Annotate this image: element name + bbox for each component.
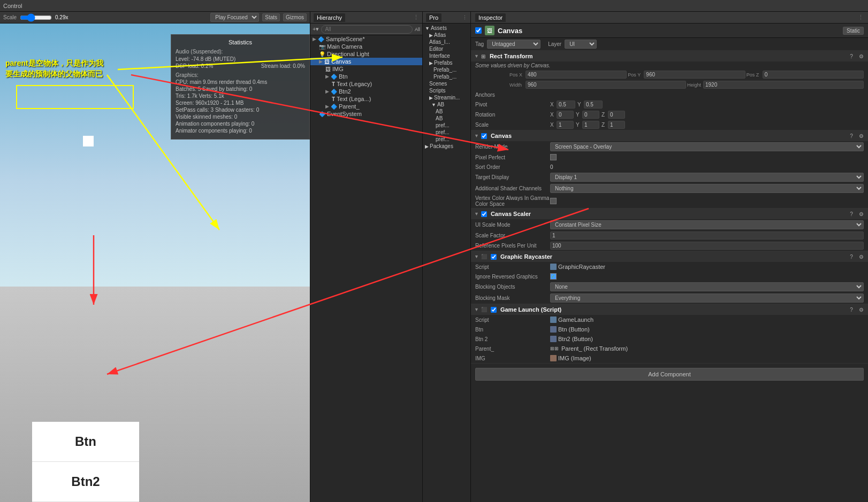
blocking-mask-select[interactable]: Everything	[550, 294, 864, 303]
tree-item-btn2[interactable]: ▶ 🔷 Btn2	[310, 88, 422, 95]
project-tab[interactable]: Pro	[426, 13, 441, 22]
project-ab1[interactable]: ▼ AB	[423, 101, 470, 108]
vertex-color-checkbox[interactable]	[550, 198, 557, 204]
hierarchy-add-icon[interactable]: +▾	[313, 26, 319, 33]
render-mode-select[interactable]: Screen Space - Overlay	[550, 142, 864, 151]
project-prefab1[interactable]: Prefab_...	[423, 66, 470, 73]
canvas-help-btn[interactable]: ?	[848, 132, 855, 140]
gizmos-button[interactable]: Gizmos	[283, 13, 307, 21]
rotation-label: Rotation	[475, 112, 550, 118]
target-display-select[interactable]: Display 1	[550, 173, 864, 182]
project-atlas[interactable]: ▶ Atlas	[423, 32, 470, 38]
stats-button[interactable]: Stats	[262, 13, 280, 21]
hierarchy-tab[interactable]: Hierarchy	[314, 13, 345, 22]
inspector-tab[interactable]: Inspector	[475, 13, 506, 22]
gamelaunch-settings-btn[interactable]: ⚙	[857, 306, 865, 313]
project-menu-icon[interactable]: ⋮	[462, 15, 467, 20]
project-ab2[interactable]: AB	[423, 108, 470, 115]
pivot-x-input[interactable]	[557, 101, 575, 109]
project-atlas-i[interactable]: Atlas_I...	[423, 38, 470, 45]
tree-item-dirlight[interactable]: 💡 Directional Light	[310, 50, 422, 58]
btn2-ref-label: Btn 2	[475, 336, 550, 342]
ignore-reversed-checkbox[interactable]: ✓	[550, 273, 557, 280]
scale-y-input[interactable]	[582, 121, 599, 129]
tree-item-maincamera[interactable]: 📷 Main Camera	[310, 43, 422, 50]
play-mode-select[interactable]: Play Focused	[210, 13, 259, 22]
posz-input[interactable]	[763, 71, 864, 79]
canvas-scaler-header[interactable]: ▼ Canvas Scaler ? ⚙	[471, 208, 868, 219]
object-active-checkbox[interactable]	[475, 27, 482, 34]
static-button[interactable]: Static	[843, 27, 864, 35]
ref-pixels-input[interactable]	[550, 242, 864, 250]
add-component-button[interactable]: Add Component	[475, 368, 864, 381]
raycaster-script-label: Script	[475, 264, 550, 270]
btn2-label: Btn2	[32, 462, 139, 502]
skinned-stat: Visible skinned meshes: 0	[176, 114, 237, 120]
project-pref1[interactable]: pref...	[423, 122, 470, 129]
rect-settings-btn[interactable]: ⚙	[857, 52, 865, 60]
blocking-objects-select[interactable]: None	[550, 282, 864, 291]
project-pref3[interactable]: pref...	[423, 136, 470, 143]
raycaster-help-btn[interactable]: ?	[848, 253, 855, 260]
height-input[interactable]	[703, 81, 864, 89]
layer-select[interactable]: UI	[565, 40, 597, 49]
raycaster-enabled-checkbox[interactable]	[491, 254, 497, 260]
canvas-settings-btn[interactable]: ⚙	[857, 132, 865, 140]
rect-help-btn[interactable]: ?	[848, 52, 855, 60]
ab2-label: AB	[436, 109, 443, 114]
canvas-enabled-checkbox[interactable]	[481, 133, 487, 139]
hierarchy-search[interactable]	[321, 25, 413, 34]
btn-panel: Btn Btn2	[32, 422, 139, 502]
ui-scale-select[interactable]: Constant Pixel Size	[550, 220, 864, 229]
project-packages[interactable]: ▶ Packages	[423, 143, 470, 150]
tree-item-samplescene[interactable]: ▶ 🔷 SampleScene*	[310, 35, 422, 43]
gamelaunch-help-btn[interactable]: ?	[848, 306, 855, 313]
rot-z-input[interactable]	[608, 111, 625, 119]
pivot-y-input[interactable]	[584, 101, 603, 109]
canvas-comp-header[interactable]: ▼ Canvas ? ⚙	[471, 130, 868, 141]
stream-load: Stream load: 0.0%	[261, 63, 305, 69]
topbar-title: Control	[3, 3, 22, 9]
tree-item-canvas[interactable]: ▶ 🖼 Canvas	[310, 58, 422, 65]
img-ref-name: IMG (Image)	[558, 355, 591, 361]
tag-select[interactable]: Untagged	[487, 40, 540, 49]
project-prefab2[interactable]: Prefab_...	[423, 73, 470, 80]
tree-item-img[interactable]: 🖼 IMG	[310, 65, 422, 73]
scaler-help-btn[interactable]: ?	[848, 210, 855, 218]
project-interface[interactable]: Interface	[423, 52, 470, 59]
tree-item-btn[interactable]: ▶ 🔷 Btn	[310, 73, 422, 80]
rot-y-input[interactable]	[582, 111, 599, 119]
project-pref2[interactable]: pref...	[423, 129, 470, 136]
rot-x-input[interactable]	[557, 111, 574, 119]
tree-item-textlegacy1[interactable]: T Text (Legacy)	[310, 80, 422, 88]
scale-z-input[interactable]	[608, 121, 625, 129]
graphic-raycaster-header[interactable]: ▼ ⬛ Graphic Raycaster ? ⚙	[471, 251, 868, 262]
scale-factor-input[interactable]	[550, 231, 864, 240]
setpass-stat: SetPass calls: 3 Shadow casters: 0	[176, 107, 259, 113]
tree-item-parent[interactable]: ▶ 🔷 Parent_	[310, 103, 422, 110]
tree-item-textlegacy2[interactable]: T Text (Lega...)	[310, 95, 422, 103]
posx-input[interactable]	[526, 71, 627, 79]
tree-item-eventsystem[interactable]: 🔷 EventSystem	[310, 110, 422, 118]
hierarchy-menu-icon[interactable]: ⋮	[413, 14, 419, 21]
posy-input[interactable]	[644, 71, 745, 79]
project-scenes[interactable]: Scenes	[423, 80, 470, 87]
rect-transform-header[interactable]: ▼ ⊞ Rect Transform ? ⚙	[471, 51, 868, 61]
inspector-menu-icon[interactable]: ⋮	[858, 14, 864, 21]
project-streaming[interactable]: ▶ Streamin...	[423, 94, 470, 101]
project-scripts[interactable]: Scripts	[423, 87, 470, 94]
project-assets[interactable]: ▼ Assets	[423, 25, 470, 32]
game-launch-header[interactable]: ▼ ⬛ Game Launch (Script) ? ⚙	[471, 304, 868, 315]
gamelaunch-enabled-checkbox[interactable]	[491, 307, 497, 313]
project-prefabs[interactable]: ▶ Prefabs	[423, 59, 470, 66]
pixel-perfect-checkbox[interactable]	[550, 154, 557, 160]
scaler-enabled-checkbox[interactable]	[481, 211, 487, 217]
project-ab3[interactable]: AB	[423, 115, 470, 122]
project-editor[interactable]: Editor	[423, 45, 470, 52]
scale-x-input[interactable]	[557, 121, 574, 129]
shader-channels-select[interactable]: Nothing	[550, 184, 864, 193]
width-input[interactable]	[526, 81, 686, 89]
scaler-settings-btn[interactable]: ⚙	[857, 210, 865, 218]
scale-slider[interactable]	[20, 13, 52, 22]
raycaster-settings-btn[interactable]: ⚙	[857, 253, 865, 260]
